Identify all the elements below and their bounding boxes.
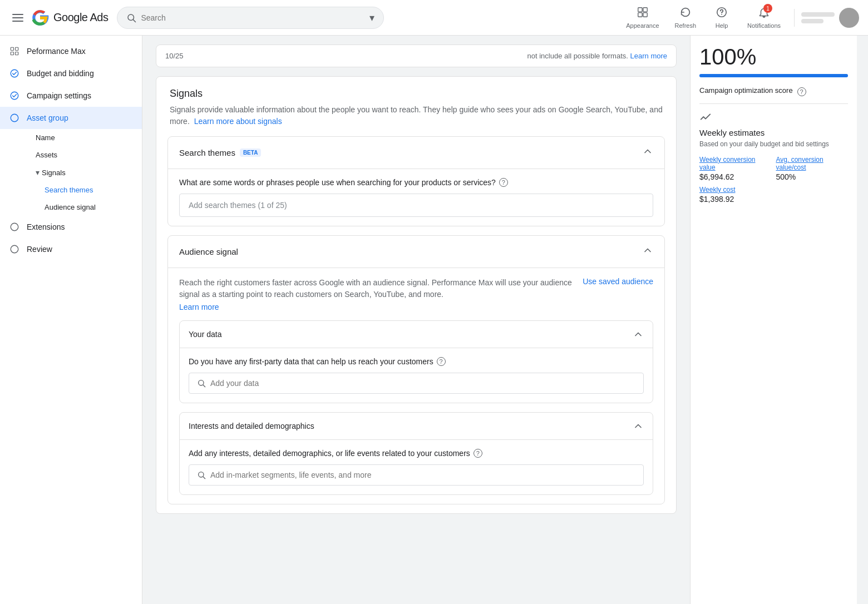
your-data-header[interactable]: Your data	[180, 321, 653, 348]
sidebar-item-campaign-settings[interactable]: Campaign settings	[0, 85, 142, 107]
help-icon	[716, 6, 728, 21]
signals-header: Signals Signals provide valuable informa…	[156, 77, 676, 127]
interests-demo-title: Interests and detailed demographics	[189, 422, 314, 430]
search-icon-data	[197, 379, 206, 388]
avg-conversion-label[interactable]: Avg. conversion value/cost	[776, 156, 849, 171]
your-data-body: Do you have any first-party data that ca…	[180, 348, 653, 403]
search-input[interactable]	[141, 13, 369, 22]
sidebar-label-extensions: Extensions	[27, 222, 65, 231]
audience-learn-more[interactable]: Learn more	[179, 303, 219, 311]
check-circle-icon-budget	[9, 68, 20, 79]
search-themes-header[interactable]: Search themes BETA	[168, 137, 664, 169]
nav-actions: Appearance Refresh Help 1 Notifications	[619, 4, 859, 31]
sidebar-sub-name-label: Name	[36, 133, 55, 142]
weekly-conversion-value-amount: $6,994.62	[699, 172, 772, 181]
weekly-cost-label[interactable]: Weekly cost	[699, 186, 848, 194]
refresh-label: Refresh	[675, 22, 697, 29]
hamburger-menu[interactable]	[9, 9, 27, 27]
notifications-button[interactable]: 1 Notifications	[741, 4, 787, 31]
sidebar-item-budget-bidding[interactable]: Budget and bidding	[0, 62, 142, 85]
logo-text: Google Ads	[53, 11, 108, 24]
interests-demo-body: Add any interests, detailed demographics…	[180, 440, 653, 494]
audience-signal-body: Reach the right customers faster across …	[168, 268, 664, 504]
search-themes-inner-card: Search themes BETA What are some words o…	[167, 136, 665, 226]
learn-more-signals[interactable]: Learn more about signals	[194, 117, 282, 126]
account-info	[801, 12, 835, 23]
score-label: Campaign optimization score	[699, 86, 793, 95]
weekly-estimates-grid: Weekly conversion value $6,994.62 Avg. c…	[699, 156, 848, 181]
audience-signal-title: Audience signal	[179, 247, 238, 256]
sidebar-search-themes[interactable]: Search themes	[36, 181, 142, 199]
avg-conversion-value: Avg. conversion value/cost 500%	[776, 156, 849, 181]
svg-rect-9	[16, 47, 18, 50]
sidebar-label-budget: Budget and bidding	[27, 69, 94, 78]
interests-demo-question: Add any interests, detailed demographics…	[189, 449, 644, 458]
circle-icon-extensions	[9, 221, 20, 232]
main-content: 10/25 not include all possible formats. …	[142, 36, 868, 604]
score-bar-fill	[699, 74, 848, 77]
your-data-chevron-icon	[633, 329, 644, 340]
interests-input[interactable]	[189, 464, 644, 486]
your-data-text-input[interactable]	[210, 379, 635, 388]
signals-section: Signals Signals provide valuable informa…	[156, 76, 677, 514]
interests-demo-header[interactable]: Interests and detailed demographics	[180, 413, 653, 440]
score-label-row: Campaign optimization score ?	[699, 86, 848, 97]
svg-point-13	[11, 92, 18, 100]
search-bar[interactable]: ▾	[117, 7, 384, 29]
sidebar-sub-assets[interactable]: Assets	[27, 146, 142, 164]
search-icon-interests	[197, 471, 206, 479]
account-line-2	[801, 19, 823, 23]
content-scroll: 10/25 not include all possible formats. …	[156, 36, 677, 523]
sidebar-sub-signals[interactable]: ▾ Signals	[27, 164, 142, 181]
nav-divider	[794, 9, 795, 27]
refresh-icon	[679, 6, 692, 21]
appearance-icon	[637, 6, 649, 21]
help-icon-your-data[interactable]: ?	[437, 357, 446, 366]
search-themes-header-left: Search themes BETA	[179, 148, 261, 157]
appearance-button[interactable]: Appearance	[619, 4, 665, 31]
sidebar-item-performance-max[interactable]: Peformance Max	[0, 40, 142, 62]
help-icon-score[interactable]: ?	[797, 87, 806, 96]
account-line-1	[801, 12, 835, 17]
notifications-icon: 1	[758, 6, 770, 21]
sidebar-label-asset-group: Asset group	[27, 113, 68, 122]
user-avatar[interactable]	[839, 8, 859, 28]
svg-rect-5	[643, 13, 647, 17]
sidebar-item-review[interactable]: Review	[0, 238, 142, 260]
search-themes-body: What are some words or phrases people us…	[168, 169, 664, 226]
search-themes-chevron-icon	[642, 146, 653, 160]
interests-demo-chevron-icon	[633, 420, 644, 432]
sidebar-item-extensions[interactable]: Extensions	[0, 216, 142, 238]
your-data-question: Do you have any first-party data that ca…	[189, 357, 644, 366]
weekly-estimates-title: Weekly estimates	[699, 128, 848, 137]
avg-conversion-amount: 500%	[776, 172, 849, 181]
help-icon-interests[interactable]: ?	[474, 449, 482, 458]
svg-rect-11	[16, 52, 18, 55]
help-button[interactable]: Help	[705, 4, 738, 31]
add-search-themes-input[interactable]: Add search themes (1 of 25)	[179, 194, 653, 217]
svg-point-7	[721, 14, 722, 15]
sidebar-label-review: Review	[27, 245, 52, 254]
help-icon-search-themes[interactable]: ?	[499, 178, 508, 187]
sidebar-audience-signal-label: Audience signal	[45, 203, 96, 211]
sidebar-audience-signal[interactable]: Audience signal	[36, 199, 142, 216]
refresh-button[interactable]: Refresh	[668, 4, 703, 31]
your-data-card: Your data Do you have any first-party da…	[179, 320, 653, 403]
signals-title: Signals	[170, 88, 663, 100]
weekly-conversion-value-label[interactable]: Weekly conversion value	[699, 156, 772, 171]
svg-rect-4	[638, 13, 642, 17]
panel-divider	[699, 103, 848, 104]
beta-badge: BETA	[240, 148, 261, 157]
sidebar-sub-name[interactable]: Name	[27, 129, 142, 146]
your-data-input[interactable]	[189, 373, 644, 394]
weekly-cost-amount: $1,398.92	[699, 195, 848, 204]
notifications-label: Notifications	[747, 22, 781, 29]
sidebar-item-asset-group[interactable]: Asset group	[0, 107, 142, 129]
svg-line-20	[203, 477, 205, 479]
learn-more-link-top[interactable]: Learn more	[630, 52, 667, 60]
audience-signal-card: Audience signal Reach the right customer…	[167, 235, 665, 504]
interests-text-input[interactable]	[210, 471, 635, 479]
audience-signal-header[interactable]: Audience signal	[168, 236, 664, 268]
use-saved-audience-button[interactable]: Use saved audience	[583, 277, 653, 286]
sidebar: Peformance Max Budget and bidding Campai…	[0, 36, 142, 604]
